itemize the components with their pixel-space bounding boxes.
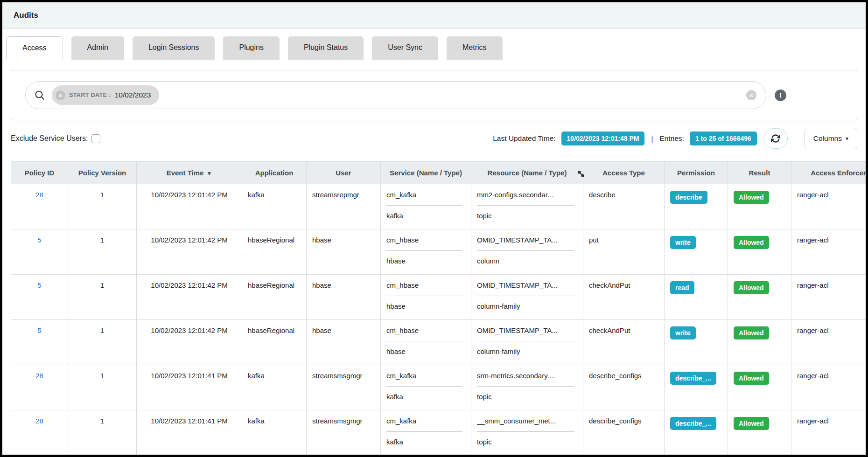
permission-badge: write <box>670 236 696 249</box>
user-cell: hbase <box>307 229 381 275</box>
application-cell: hbaseRegional <box>242 275 307 320</box>
resource-name: OMID_TIMESTAMP_TA... <box>477 281 574 296</box>
columns-button-label: Columns <box>813 134 842 143</box>
tab-login-sessions[interactable]: Login Sessions <box>133 36 215 60</box>
table-row: 5 1 10/02/2023 12:01:42 PM hbaseRegional… <box>11 320 866 365</box>
policy-id-link[interactable]: 28 <box>35 417 43 425</box>
service-name: cm_hbase <box>386 236 462 251</box>
refresh-icon <box>771 134 780 143</box>
event-time-cell: 10/02/2023 12:01:41 PM <box>137 365 242 410</box>
table-row: 5 1 10/02/2023 12:01:42 PM hbaseRegional… <box>11 229 866 275</box>
tab-metrics[interactable]: Metrics <box>447 36 503 60</box>
col-header-access-enforcer[interactable]: Access Enforcer <box>791 162 866 184</box>
access-enforcer-cell: ranger-acl <box>791 320 866 365</box>
col-header-service[interactable]: Service (Name / Type) <box>381 162 471 184</box>
exclude-service-users: Exclude Service Users: <box>11 134 100 143</box>
col-header-user[interactable]: User <box>307 162 381 184</box>
col-header-policy-version[interactable]: Policy Version <box>68 162 137 184</box>
title-bar: Audits <box>2 2 866 29</box>
table-row: 5 1 10/02/2023 12:01:42 PM hbaseRegional… <box>11 275 866 320</box>
exclude-service-users-checkbox[interactable] <box>91 134 100 143</box>
application-cell: kafka <box>242 410 307 456</box>
resource-type: topic <box>477 387 577 401</box>
permission-badge: describe <box>670 191 707 204</box>
resource-type: column-family <box>477 341 577 355</box>
access-type-cell: describe <box>583 184 665 229</box>
permission-badge: write <box>670 326 696 339</box>
app-window: Audits Access Admin Login Sessions Plugi… <box>0 0 868 457</box>
event-time-cell: 10/02/2023 12:01:42 PM <box>137 275 242 320</box>
access-enforcer-cell: ranger-acl <box>791 184 866 229</box>
service-name: cm_kafka <box>386 372 462 387</box>
tab-admin[interactable]: Admin <box>71 36 124 60</box>
tab-user-sync[interactable]: User Sync <box>372 36 438 60</box>
tab-plugins[interactable]: Plugins <box>223 36 279 60</box>
service-cell: cm_kafkakafka <box>381 410 471 456</box>
policy-id-link[interactable]: 28 <box>35 372 43 380</box>
info-icon[interactable]: i <box>775 90 786 101</box>
last-updated-label: Last Updated Time: <box>493 134 555 143</box>
service-type: hbase <box>386 296 465 310</box>
policy-id-link[interactable]: 5 <box>37 326 41 334</box>
refresh-button[interactable] <box>763 128 788 149</box>
col-header-event-time-label: Event Time <box>167 169 204 177</box>
event-time-cell: 10/02/2023 12:01:41 PM <box>137 410 242 456</box>
col-header-policy-id[interactable]: Policy ID <box>11 162 68 184</box>
audit-tabs: Access Admin Login Sessions Plugins Plug… <box>2 29 866 60</box>
entries-label: Entries: <box>659 134 684 143</box>
policy-version-cell: 1 <box>68 320 137 365</box>
filter-chip-start-date[interactable]: × START DATE : 10/02/2023 <box>52 85 159 105</box>
access-type-cell: checkAndPut <box>583 320 665 365</box>
policy-version-cell: 1 <box>68 410 137 456</box>
col-header-result[interactable]: Result <box>728 162 791 184</box>
search-clear-icon[interactable]: × <box>746 90 756 100</box>
resource-name: OMID_TIMESTAMP_TA... <box>477 236 574 251</box>
permission-badge: read <box>670 281 694 294</box>
col-header-application[interactable]: Application <box>242 162 307 184</box>
service-cell: cm_hbasehbase <box>381 275 471 320</box>
event-time-cell: 10/02/2023 12:01:42 PM <box>137 184 242 229</box>
filter-chip-label: START DATE : <box>69 92 111 98</box>
search-panel: × START DATE : 10/02/2023 × i <box>11 70 857 120</box>
policy-version-cell: 1 <box>68 365 137 410</box>
access-enforcer-cell: ranger-acl <box>791 229 866 275</box>
service-name: cm_kafka <box>386 417 462 432</box>
access-enforcer-cell: ranger-acl <box>791 365 866 410</box>
table-row: 28 1 10/02/2023 12:01:41 PM kafka stream… <box>11 410 866 456</box>
access-type-cell: put <box>583 229 665 275</box>
access-enforcer-cell: ranger-acl <box>791 410 866 456</box>
policy-id-link[interactable]: 5 <box>37 281 41 289</box>
access-enforcer-cell: ranger-acl <box>791 275 866 320</box>
col-header-resource[interactable]: Resource (Name / Type) <box>471 162 583 184</box>
tab-access[interactable]: Access <box>6 36 63 60</box>
service-name: cm_kafka <box>386 191 462 206</box>
application-cell: kafka <box>242 184 307 229</box>
last-updated-badge: 10/02/2023 12:01:48 PM <box>561 132 645 145</box>
chevron-down-icon: ▾ <box>846 135 848 142</box>
permission-badge: describe_... <box>670 417 716 430</box>
tab-plugin-status[interactable]: Plugin Status <box>288 36 364 60</box>
service-name: cm_hbase <box>386 281 462 296</box>
col-header-permission[interactable]: Permission <box>665 162 728 184</box>
table-row: 28 1 10/02/2023 12:01:42 PM kafka stream… <box>11 184 866 229</box>
col-header-access-type[interactable]: Access Type <box>583 162 665 184</box>
access-type-cell: describe_configs <box>583 365 665 410</box>
resource-cell: OMID_TIMESTAMP_TA...column <box>471 229 583 275</box>
resource-cell: mm2-configs.secondar...topic <box>471 184 583 229</box>
entries-badge: 1 to 25 of 1666496 <box>690 132 757 145</box>
col-header-event-time[interactable]: Event Time▼ <box>137 162 242 184</box>
service-type: kafka <box>386 387 465 401</box>
search-input[interactable]: × START DATE : 10/02/2023 × <box>25 81 766 109</box>
resource-name: __smm_consumer_met... <box>477 417 574 432</box>
chip-remove-icon[interactable]: × <box>56 90 65 100</box>
resource-name: OMID_TIMESTAMP_TA... <box>477 326 574 341</box>
application-cell: kafka <box>242 365 307 410</box>
result-badge: Allowed <box>734 281 769 294</box>
resource-type: topic <box>477 206 577 220</box>
user-cell: streamsmsgmgr <box>307 365 381 410</box>
policy-id-link[interactable]: 28 <box>35 191 43 199</box>
policy-id-link[interactable]: 5 <box>37 236 41 244</box>
result-badge: Allowed <box>734 191 769 204</box>
columns-dropdown-button[interactable]: Columns ▾ <box>805 128 857 149</box>
resource-cell: __smm_consumer_met...topic <box>471 410 583 456</box>
